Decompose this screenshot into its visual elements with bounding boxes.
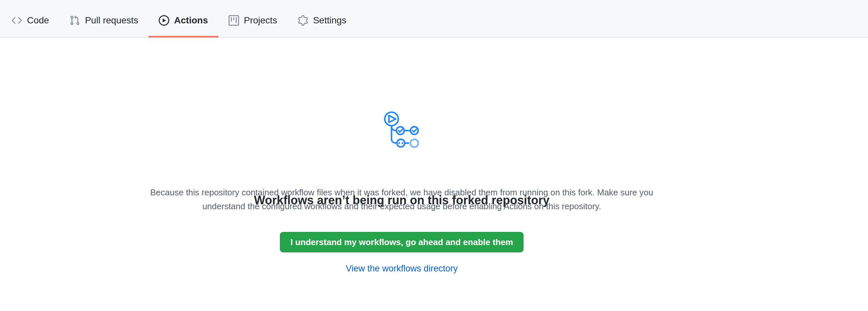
repo-tab-nav: Code Pull requests Actions Projects Sett… xyxy=(0,0,868,37)
play-circle-icon xyxy=(159,15,169,26)
git-pull-request-icon xyxy=(69,15,80,26)
code-icon xyxy=(11,15,22,26)
tab-code-label: Code xyxy=(27,16,49,25)
workflows-link-row: View the workflows directory xyxy=(133,261,671,275)
tab-actions[interactable]: Actions xyxy=(149,4,218,37)
gear-icon xyxy=(298,15,308,26)
tab-code[interactable]: Code xyxy=(1,4,59,37)
tab-pull-requests[interactable]: Pull requests xyxy=(59,4,149,37)
tab-projects[interactable]: Projects xyxy=(218,4,287,37)
blankslate-description: Because this repository contained workfl… xyxy=(133,185,671,213)
tab-actions-label: Actions xyxy=(174,16,208,25)
workflow-icon xyxy=(383,111,420,149)
view-workflows-directory-link[interactable]: View the workflows directory xyxy=(346,263,458,274)
tab-settings[interactable]: Settings xyxy=(287,4,356,37)
project-icon xyxy=(228,15,239,26)
actions-blankslate: Workflows aren’t being run on this forke… xyxy=(133,38,671,308)
tab-projects-label: Projects xyxy=(244,16,277,25)
enable-workflows-button[interactable]: I understand my workflows, go ahead and … xyxy=(280,232,524,252)
tab-settings-label: Settings xyxy=(313,16,346,25)
tab-pull-requests-label: Pull requests xyxy=(85,16,138,25)
